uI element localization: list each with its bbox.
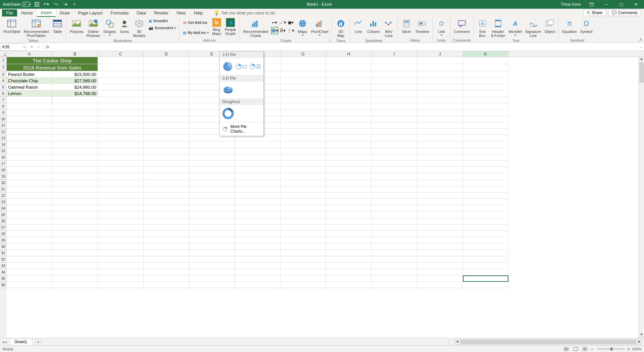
cell-D34[interactable] [144, 269, 189, 275]
cell-K11[interactable] [463, 122, 508, 129]
cell-G13[interactable] [280, 135, 326, 141]
cell-K19[interactable] [463, 173, 508, 180]
row-header-25[interactable]: 25 [0, 212, 7, 218]
cell-D25[interactable] [144, 212, 189, 218]
cell-J4[interactable] [417, 78, 463, 84]
row-header-23[interactable]: 23 [0, 199, 7, 205]
cell-B21[interactable] [52, 186, 98, 192]
shapes-button[interactable]: Shapes▾ [102, 17, 117, 37]
cell-K20[interactable] [463, 180, 508, 186]
cell-J8[interactable] [417, 103, 463, 109]
cell-C25[interactable] [98, 212, 144, 218]
vertical-scrollbar[interactable]: ▴ ▾ [639, 57, 644, 338]
cell-K5[interactable] [463, 84, 508, 90]
cell-D20[interactable] [144, 180, 189, 186]
cell-J22[interactable] [417, 192, 463, 199]
cell-K9[interactable] [463, 109, 508, 116]
scatter-chart-icon[interactable]: ⋮·▾ [287, 27, 294, 34]
cell-G20[interactable] [280, 180, 326, 186]
undo-icon[interactable]: ↶▾ [43, 1, 50, 8]
cell-E21[interactable] [189, 186, 235, 192]
row-header-35[interactable]: 35 [0, 275, 7, 282]
cell-B26[interactable] [52, 218, 98, 224]
cell-B6[interactable]: $14,768.00 [52, 90, 98, 97]
symbol-button[interactable]: ΩSymbol [579, 17, 594, 34]
cell-G26[interactable] [280, 218, 326, 224]
formula-input[interactable] [51, 43, 638, 51]
cell-F22[interactable] [235, 192, 280, 199]
collapse-ribbon-icon[interactable]: ᐱ [639, 38, 642, 42]
autosave-toggle[interactable]: AutoSave ●Off [3, 2, 31, 7]
cell-G4[interactable] [280, 78, 326, 84]
smartart-button[interactable]: ▣SmartArt [147, 17, 177, 24]
cell-H2[interactable] [326, 64, 372, 71]
row-header-12[interactable]: 12 [0, 129, 7, 135]
save-icon[interactable] [34, 1, 40, 8]
cell-B13[interactable] [52, 135, 98, 141]
cell-H34[interactable] [326, 269, 372, 275]
3d-models-button[interactable]: 3D Models [132, 17, 146, 38]
maps-button[interactable]: Maps▾ [296, 17, 309, 37]
cell-C15[interactable] [98, 148, 144, 154]
row-header-29[interactable]: 29 [0, 237, 7, 244]
cell-J26[interactable] [417, 218, 463, 224]
maximize-icon[interactable]: ▢ [614, 0, 628, 9]
cell-D35[interactable] [144, 275, 189, 282]
cell-F24[interactable] [235, 205, 280, 212]
cell-D26[interactable] [144, 218, 189, 224]
cell-G1[interactable] [280, 57, 326, 64]
cell-D27[interactable] [144, 224, 189, 231]
cell-G24[interactable] [280, 205, 326, 212]
row-header-26[interactable]: 26 [0, 218, 7, 224]
cell-B35[interactable] [52, 275, 98, 282]
cell-K1[interactable] [463, 57, 508, 64]
row-header-18[interactable]: 18 [0, 167, 7, 173]
tab-page-layout[interactable]: Page Layout [74, 9, 107, 16]
cell-C4[interactable] [98, 78, 144, 84]
cell-F30[interactable] [235, 244, 280, 250]
cell-K6[interactable] [463, 90, 508, 97]
cell-E26[interactable] [189, 218, 235, 224]
cell-J11[interactable] [417, 122, 463, 129]
cell-G27[interactable] [280, 224, 326, 231]
row-header-27[interactable]: 27 [0, 224, 7, 231]
minimize-icon[interactable]: ─ [600, 0, 613, 9]
cell-D10[interactable] [144, 116, 189, 122]
cell-I1[interactable] [372, 57, 417, 64]
cell-I23[interactable] [372, 199, 417, 205]
cell-H9[interactable] [326, 109, 372, 116]
cell-I14[interactable] [372, 141, 417, 148]
cell-J3[interactable] [417, 71, 463, 78]
cell-G32[interactable] [280, 256, 326, 263]
row-header-5[interactable]: 5 [0, 84, 7, 90]
cell-D33[interactable] [144, 263, 189, 269]
row-header-7[interactable]: 7 [0, 97, 7, 103]
cell-I15[interactable] [372, 148, 417, 154]
sparkline-winloss-button[interactable]: Win/ Loss [382, 17, 395, 38]
cell-D18[interactable] [144, 167, 189, 173]
cell-E22[interactable] [189, 192, 235, 199]
cell-A3[interactable]: Peanut Butter [7, 71, 52, 78]
bar-chart-icon[interactable]: ☰▾ [279, 27, 286, 34]
row-header-17[interactable]: 17 [0, 161, 7, 167]
page-break-view-icon[interactable] [581, 346, 589, 352]
cell-B32[interactable] [52, 256, 98, 263]
cell-B23[interactable] [52, 199, 98, 205]
cell-B27[interactable] [52, 224, 98, 231]
cell-I31[interactable] [372, 250, 417, 256]
cell-G8[interactable] [280, 103, 326, 109]
cell-A20[interactable] [7, 180, 52, 186]
select-all-corner[interactable] [0, 51, 7, 57]
cell-K4[interactable] [463, 78, 508, 84]
cell-J5[interactable] [417, 84, 463, 90]
tab-data[interactable]: Data [133, 9, 150, 16]
wordart-button[interactable]: AWordArt▾ [507, 17, 523, 37]
cell-C33[interactable] [98, 263, 144, 269]
cell-F25[interactable] [235, 212, 280, 218]
share-button[interactable]: ⇱Share [583, 9, 606, 16]
row-header-28[interactable]: 28 [0, 231, 7, 237]
cell-J16[interactable] [417, 154, 463, 161]
cell-H8[interactable] [326, 103, 372, 109]
cell-E17[interactable] [189, 161, 235, 167]
cell-K25[interactable] [463, 212, 508, 218]
